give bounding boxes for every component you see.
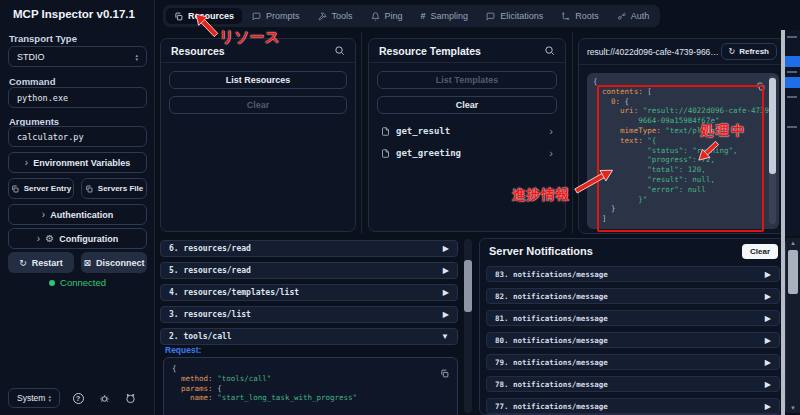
search-icon[interactable] bbox=[544, 45, 555, 56]
sliver-text-fragment bbox=[787, 96, 797, 98]
server-notifications-panel: Server Notifications Clear 83. notificat… bbox=[479, 238, 786, 415]
history-scrollbar-thumb[interactable] bbox=[464, 260, 472, 312]
expand-play-icon: ▶ bbox=[765, 336, 771, 345]
notification-item[interactable]: 77. notifications/message ▶ bbox=[486, 398, 780, 414]
server-entry-button[interactable]: Server Entry bbox=[8, 178, 74, 199]
clear-resources-button[interactable]: Clear bbox=[169, 96, 347, 114]
resources-panel-title: Resources bbox=[171, 45, 225, 57]
tab-tools[interactable]: Tools bbox=[310, 8, 361, 24]
theme-select[interactable]: System ▴▾ bbox=[8, 388, 60, 408]
files-icon bbox=[174, 12, 183, 21]
help-button[interactable]: ? bbox=[70, 390, 86, 406]
disconnect-icon: ⊠ bbox=[83, 258, 91, 268]
history-item-expanded[interactable]: 2. tools/call ▼ bbox=[160, 328, 458, 345]
search-icon[interactable] bbox=[334, 45, 345, 56]
result-uri: result://4022d096-cafe-4739-9664... bbox=[587, 47, 721, 57]
restart-button[interactable]: ↻ Restart bbox=[8, 252, 74, 273]
list-resources-button[interactable]: List Resources bbox=[169, 71, 347, 89]
history-item[interactable]: 6. resources/read ▶ bbox=[160, 240, 458, 257]
tab-sampling[interactable]: # Sampling bbox=[413, 8, 477, 24]
tab-auth[interactable]: Auth bbox=[609, 8, 658, 24]
bug-icon bbox=[99, 393, 110, 404]
expand-play-icon: ▶ bbox=[765, 402, 771, 411]
sidebar: MCP Inspector v0.17.1 Transport Type STD… bbox=[0, 0, 155, 415]
tab-resources[interactable]: Resources bbox=[166, 8, 242, 24]
scroll-down-icon[interactable]: ▼ bbox=[786, 405, 800, 411]
tab-prompts[interactable]: Prompts bbox=[244, 8, 308, 24]
result-panel-header: result://4022d096-cafe-4739-9664... ↻ Re… bbox=[579, 39, 785, 65]
sliver-text-fragment bbox=[787, 126, 797, 128]
collapse-caret-icon: ▼ bbox=[441, 332, 449, 341]
copy-icon[interactable] bbox=[756, 77, 765, 95]
github-button[interactable] bbox=[122, 390, 138, 406]
notifications-scrollbar[interactable]: ▲ ▼ bbox=[786, 238, 800, 413]
copy-icon[interactable] bbox=[440, 364, 449, 382]
json-scrollbar[interactable] bbox=[769, 76, 776, 224]
tab-ping[interactable]: Ping bbox=[363, 8, 411, 24]
notification-item[interactable]: 80. notifications/message ▶ bbox=[486, 332, 780, 348]
copy-icon bbox=[11, 185, 19, 193]
bug-report-button[interactable] bbox=[96, 390, 112, 406]
notification-item[interactable]: 83. notifications/message ▶ bbox=[486, 266, 780, 282]
arguments-field-wrap bbox=[8, 126, 147, 147]
tab-elicitations[interactable]: Elicitations bbox=[478, 8, 551, 24]
annotation-progress-label: 進捗情報 bbox=[512, 186, 570, 204]
select-carets-icon: ▴▾ bbox=[48, 394, 51, 402]
list-templates-button[interactable]: List Templates bbox=[377, 71, 557, 89]
command-label: Command bbox=[9, 76, 55, 87]
environment-variables-button[interactable]: › Environment Variables bbox=[8, 152, 147, 173]
sliver-text-fragment bbox=[787, 36, 797, 38]
scroll-up-icon[interactable]: ▲ bbox=[786, 240, 800, 246]
request-json-code: { method: "tools/call" params: { name: "… bbox=[172, 364, 449, 403]
top-tab-bar: Resources Prompts Tools Ping # Sampling … bbox=[163, 5, 660, 27]
mcp-inspector-window: MCP Inspector v0.17.1 Transport Type STD… bbox=[0, 0, 800, 415]
template-item-get-greeting[interactable]: get_greeting › bbox=[369, 142, 565, 164]
hammer-icon bbox=[318, 12, 327, 21]
json-scrollbar-thumb[interactable] bbox=[769, 78, 776, 174]
expand-play-icon: ▶ bbox=[765, 380, 771, 389]
history-item[interactable]: 5. resources/read ▶ bbox=[160, 262, 458, 279]
templates-panel-title: Resource Templates bbox=[379, 45, 481, 57]
notifications-scrollbar-thumb[interactable] bbox=[788, 250, 798, 294]
notification-item[interactable]: 82. notifications/message ▶ bbox=[486, 288, 780, 304]
template-item-get-result[interactable]: get_result › bbox=[369, 120, 565, 142]
arguments-input[interactable] bbox=[17, 132, 138, 142]
authentication-button[interactable]: › Authentication bbox=[8, 204, 147, 225]
sliver-selected-row bbox=[785, 56, 800, 67]
message-square-icon bbox=[252, 12, 261, 21]
history-item[interactable]: 4. resources/templates/list ▶ bbox=[160, 284, 458, 301]
disconnect-button[interactable]: ⊠ Disconnect bbox=[81, 252, 147, 273]
configuration-button[interactable]: › ⚙ Configuration bbox=[8, 228, 147, 249]
notification-item[interactable]: 79. notifications/message ▶ bbox=[486, 354, 780, 370]
servers-file-button[interactable]: Servers File bbox=[81, 178, 147, 199]
notification-item[interactable]: 81. notifications/message ▶ bbox=[486, 310, 780, 326]
history-item[interactable]: 3. resources/list ▶ bbox=[160, 306, 458, 323]
message-square-icon bbox=[486, 12, 495, 21]
clear-templates-button[interactable]: Clear bbox=[377, 96, 557, 114]
request-label: Request: bbox=[165, 345, 201, 355]
expand-play-icon: ▶ bbox=[443, 266, 449, 275]
notification-item[interactable]: 78. notifications/message ▶ bbox=[486, 376, 780, 392]
history-scrollbar[interactable] bbox=[464, 239, 472, 413]
gear-icon: ⚙ bbox=[45, 233, 54, 244]
result-json-code: { contents: [ 0: { uri: "result://4022d0… bbox=[593, 77, 773, 224]
sliver-selected-row bbox=[785, 77, 800, 88]
panel-resize-divider[interactable] bbox=[572, 32, 573, 234]
theme-value: System bbox=[17, 393, 45, 403]
command-input[interactable] bbox=[17, 93, 138, 103]
expand-play-icon: ▶ bbox=[443, 288, 449, 297]
tab-roots[interactable]: Roots bbox=[553, 8, 607, 24]
panel-resize-divider[interactable] bbox=[361, 32, 362, 234]
expand-play-icon: ▶ bbox=[765, 358, 771, 367]
github-icon bbox=[125, 393, 136, 404]
chevron-right-icon: › bbox=[549, 147, 553, 159]
result-json-viewer: { contents: [ 0: { uri: "result://4022d0… bbox=[587, 73, 779, 229]
resource-result-panel: result://4022d096-cafe-4739-9664... ↻ Re… bbox=[578, 38, 786, 234]
chevron-right-icon: › bbox=[42, 209, 45, 220]
annotation-resources-label: リソース bbox=[219, 28, 280, 47]
chevron-right-icon: › bbox=[25, 157, 28, 168]
refresh-button[interactable]: ↻ Refresh bbox=[721, 43, 778, 60]
transport-type-value: STDIO bbox=[17, 52, 45, 62]
clear-notifications-button[interactable]: Clear bbox=[742, 244, 778, 259]
transport-type-select[interactable]: STDIO ▴▾ bbox=[8, 46, 147, 67]
